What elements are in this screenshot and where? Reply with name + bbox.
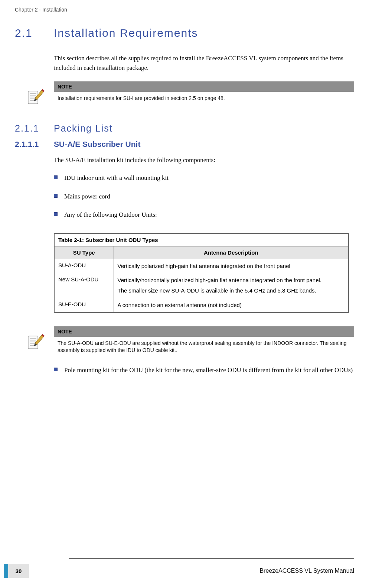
table-cell: Vertically/horizontally polarized high-g…: [114, 273, 349, 298]
table-caption: Table 2-1: Subscriber Unit ODU Types: [54, 233, 349, 246]
table-row: SU-E-ODU A connection to an external ant…: [54, 298, 349, 312]
table-row: New SU-A-ODU Vertically/horizontally pol…: [54, 273, 349, 298]
manual-title: BreezeACCESS VL System Manual: [259, 568, 354, 574]
table-cell: A connection to an external antenna (not…: [114, 298, 349, 312]
table-cell: New SU-A-ODU: [54, 273, 114, 298]
cell-text: A connection to an external antenna (not…: [118, 301, 345, 309]
note-text: The SU-A-ODU and SU-E-ODU are supplied w…: [54, 337, 354, 356]
footer-rule: [69, 558, 354, 559]
subsubsection-heading: 2.1.1.1 SU-A/E Subscriber Unit: [15, 140, 354, 149]
bullet-icon: [54, 212, 58, 216]
subsection-number: 2.1.1: [15, 123, 54, 134]
bullet-text: Any of the following Outdoor Units:: [64, 210, 157, 220]
table-cell: Vertically polarized high-gain flat ante…: [114, 259, 349, 273]
list-item: Any of the following Outdoor Units:: [54, 210, 354, 220]
list-item: IDU indoor unit with a wall mounting kit: [54, 173, 354, 183]
chapter-header: Chapter 2 - Installation: [15, 7, 354, 15]
note-text: Installation requirements for SU-I are p…: [54, 92, 354, 104]
subsection-title: Packing List: [54, 123, 113, 134]
note-block-1: NOTE Installation requirements for SU-I …: [15, 81, 354, 106]
bullet-icon: [54, 175, 58, 179]
page-number-tab: 30: [4, 564, 37, 578]
page-number: 30: [8, 564, 29, 578]
table-header: Antenna Description: [114, 246, 349, 259]
section-intro: This section describes all the supplies …: [54, 54, 354, 73]
bullet-text: Pole mounting kit for the ODU (the kit f…: [64, 365, 353, 375]
bullet-icon: [54, 194, 58, 198]
tab-accent: [4, 564, 8, 578]
bullet-text: Mains power cord: [64, 192, 110, 201]
cell-text: The smaller size new SU-A-ODU is availab…: [118, 287, 345, 295]
subsubsection-title: SU-A/E Subscriber Unit: [54, 140, 140, 149]
odu-types-table: Table 2-1: Subscriber Unit ODU Types SU …: [54, 233, 349, 313]
bullet-text: IDU indoor unit with a wall mounting kit: [64, 173, 169, 183]
table-row: SU-A-ODU Vertically polarized high-gain …: [54, 259, 349, 273]
page-footer: 30 BreezeACCESS VL System Manual: [0, 558, 354, 581]
table-cell: SU-A-ODU: [54, 259, 114, 273]
bullet-icon: [54, 368, 58, 371]
cell-text: Vertically polarized high-gain flat ante…: [118, 262, 345, 270]
note-pencil-icon: [26, 332, 45, 351]
section-heading: 2.1 Installation Requirements: [15, 27, 354, 39]
section-number: 2.1: [15, 27, 54, 39]
subsection-heading: 2.1.1 Packing List: [15, 123, 354, 134]
list-item: Mains power cord: [54, 192, 354, 201]
note-label: NOTE: [54, 326, 354, 337]
note-label: NOTE: [54, 81, 354, 92]
note-block-2: NOTE The SU-A-ODU and SU-E-ODU are suppl…: [15, 326, 354, 356]
cell-text: Vertically/horizontally polarized high-g…: [118, 276, 345, 284]
note-pencil-icon: [26, 87, 45, 106]
section-title: Installation Requirements: [54, 27, 198, 39]
table-cell: SU-E-ODU: [54, 298, 114, 312]
table-header: SU Type: [54, 246, 114, 259]
subsubsection-number: 2.1.1.1: [15, 140, 54, 149]
subsub-intro: The SU-A/E installation kit includes the…: [54, 155, 354, 165]
page-content: 2.1 Installation Requirements This secti…: [15, 27, 354, 384]
list-item: Pole mounting kit for the ODU (the kit f…: [54, 365, 354, 375]
